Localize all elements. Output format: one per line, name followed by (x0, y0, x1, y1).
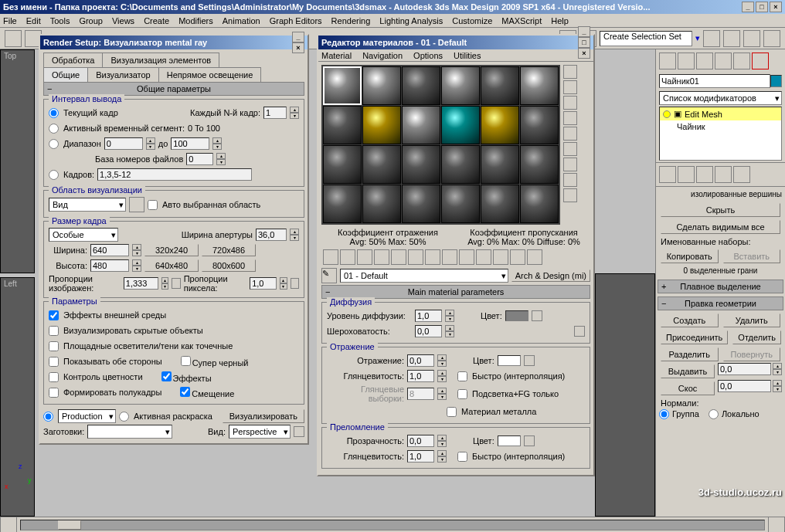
object-color-swatch[interactable] (770, 75, 782, 87)
preset-800x600[interactable]: 800x600 (202, 259, 256, 272)
render-min-icon[interactable]: _ (292, 32, 304, 42)
menu-create[interactable]: Create (144, 16, 169, 25)
preset-720x486[interactable]: 720x486 (202, 244, 256, 256)
preset-640x480[interactable]: 640x480 (144, 259, 199, 272)
tab-indirect[interactable]: Непрямое освещение (158, 67, 262, 82)
tab-renderer[interactable]: Визуализатор (87, 67, 159, 82)
chk-2sided[interactable] (49, 357, 59, 367)
backlight-icon[interactable] (563, 80, 577, 94)
refr-map-icon[interactable] (524, 435, 535, 446)
material-dialog-title[interactable]: Редактор материалов - 01 - Default _ □ × (318, 36, 593, 49)
bevel-spinner[interactable]: ▴▾ (773, 380, 782, 392)
bulb-icon[interactable] (663, 110, 671, 118)
transparency-input[interactable] (407, 435, 434, 447)
mat-slot-8[interactable] (362, 106, 401, 144)
tab-common[interactable]: Общие (43, 67, 88, 82)
prev-icon[interactable] (703, 30, 720, 47)
mat-slot-18[interactable] (520, 145, 559, 184)
menu-file[interactable]: File (3, 16, 17, 25)
attach-button[interactable]: Присоединить (661, 330, 728, 344)
menu-help[interactable]: Help (551, 16, 569, 25)
pix-aspect-input[interactable] (250, 277, 277, 290)
mat-slot-2[interactable] (362, 66, 401, 105)
render-dialog-title[interactable]: Render Setup: Визуализатор mental ray _ … (40, 36, 308, 49)
modifier-stack[interactable]: ▣Edit Mesh Чайник (659, 107, 782, 161)
height-input[interactable] (90, 259, 129, 272)
mat-slot-3[interactable] (402, 66, 440, 105)
rollout-soft-selection[interactable]: +Плавное выделение (658, 280, 783, 293)
transp-spinner[interactable]: ▴▾ (437, 435, 447, 447)
selection-set-dropdown[interactable]: Create Selection Set (600, 31, 692, 46)
diffuse-spinner[interactable]: ▴▾ (445, 310, 454, 322)
height-spinner[interactable]: ▴▾ (132, 259, 141, 272)
reflectivity-input[interactable] (407, 354, 434, 367)
put-to-scene-icon[interactable] (340, 249, 355, 265)
menu-customize[interactable]: Customize (452, 16, 492, 25)
radio-activeshade[interactable] (119, 412, 129, 422)
render-button[interactable]: Визуализировать (223, 409, 304, 423)
refl-spinner[interactable]: ▴▾ (437, 354, 447, 367)
pix-aspect-spinner[interactable]: ▴▾ (280, 277, 287, 290)
time-slider-thumb[interactable] (58, 520, 81, 530)
remove-modifier-icon[interactable] (715, 166, 732, 183)
create-panel-icon[interactable] (659, 53, 676, 69)
radio-range[interactable] (49, 139, 59, 149)
go-parent-icon[interactable] (493, 249, 508, 265)
menu-animation[interactable]: Animation (223, 16, 260, 25)
img-aspect-spinner[interactable]: ▴▾ (161, 277, 168, 290)
mat-slot-4[interactable] (441, 66, 480, 105)
mat-slot-24[interactable] (520, 185, 559, 223)
make-unique-icon[interactable] (408, 249, 423, 265)
make-unique-stack-icon[interactable] (696, 166, 713, 183)
put-to-lib-icon[interactable] (425, 249, 440, 265)
extrude-spinner[interactable]: ▴▾ (773, 363, 782, 375)
viewport-perspective[interactable] (595, 273, 655, 517)
mat-slot-6[interactable] (520, 66, 559, 105)
refl-map-icon[interactable] (524, 355, 535, 366)
mat-slot-21[interactable] (402, 185, 440, 223)
show-in-vp-icon[interactable] (459, 249, 474, 265)
area-view-dropdown[interactable]: Вид (49, 198, 126, 212)
pick-material-icon[interactable]: ✎ (321, 268, 337, 283)
select-by-mat-icon[interactable] (563, 173, 577, 187)
roughness-spinner[interactable]: ▴▾ (445, 325, 454, 337)
reset-map-icon[interactable] (374, 249, 389, 265)
roughness-map-icon[interactable] (574, 326, 585, 337)
chk-metal[interactable] (447, 407, 457, 417)
mat-slot-12[interactable] (520, 106, 559, 144)
sample-uv-icon[interactable] (563, 111, 577, 125)
file-base-spinner[interactable]: ▴▾ (216, 153, 226, 165)
output-preset-dropdown[interactable]: Особые (49, 228, 118, 242)
mat-slot-16[interactable] (441, 145, 480, 184)
refr-gloss-spinner[interactable]: ▴▾ (437, 450, 447, 463)
menu-lighting[interactable]: Lighting Analysis (379, 16, 443, 25)
mat-slot-1[interactable] (323, 66, 362, 105)
chk-superblack[interactable] (181, 356, 191, 366)
view-dropdown[interactable]: Perspective (229, 425, 291, 439)
menu-tools[interactable]: Tools (50, 16, 70, 25)
hierarchy-panel-icon[interactable] (696, 53, 713, 69)
assign-to-sel-icon[interactable] (357, 249, 372, 265)
hide-button[interactable]: Скрыть (661, 203, 780, 217)
menu-views[interactable]: Views (112, 16, 134, 25)
menu-modifiers[interactable]: Modifiers (178, 16, 213, 25)
radio-production[interactable] (43, 412, 53, 422)
diffuse-level-input[interactable] (415, 310, 442, 322)
auto-region-checkbox[interactable] (148, 200, 158, 210)
time-slider[interactable] (20, 520, 765, 530)
mat-close-icon[interactable]: × (578, 48, 590, 59)
file-base-input[interactable] (186, 153, 213, 165)
chk-displacement[interactable] (180, 387, 190, 397)
undo-icon[interactable] (5, 30, 22, 47)
unhide-all-button[interactable]: Сделать видимым все (661, 220, 780, 234)
refr-color-swatch[interactable] (498, 435, 521, 446)
tab-render-elements[interactable]: Визуализация элементов (102, 53, 219, 67)
mat-id-icon[interactable] (442, 249, 457, 265)
mat-slot-22[interactable] (441, 185, 480, 223)
mat-menu-navigation[interactable]: Navigation (362, 51, 403, 60)
mat-slot-15[interactable] (402, 145, 440, 184)
mat-slot-11[interactable] (481, 106, 519, 144)
mat-map-nav-icon[interactable] (563, 188, 577, 202)
mat-slot-10[interactable] (441, 106, 480, 144)
detach-button[interactable]: Отделить (732, 330, 781, 344)
